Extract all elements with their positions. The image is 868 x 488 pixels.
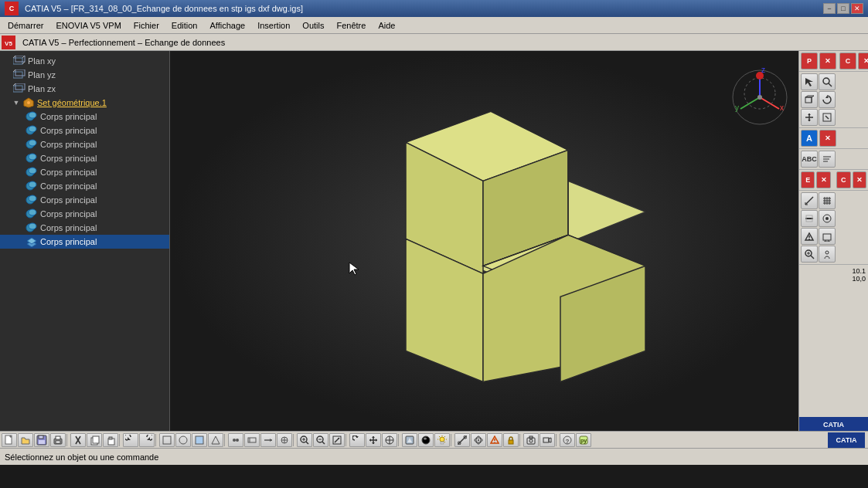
tb-text-btn[interactable]: ABC <box>801 151 818 168</box>
menu-fichier[interactable]: Fichier <box>128 18 165 33</box>
svg-line-161 <box>458 436 466 444</box>
tb-display-btn[interactable] <box>819 228 836 245</box>
bt-btn8[interactable] <box>277 433 292 447</box>
tb-view-btn1[interactable] <box>801 91 818 108</box>
menu-insertion[interactable]: Insertion <box>251 18 296 33</box>
svg-marker-175 <box>549 438 551 442</box>
bt-3dcompass-btn[interactable] <box>382 433 397 447</box>
bt-save-btn[interactable] <box>34 433 49 447</box>
bt-btn2[interactable] <box>175 433 191 447</box>
minimize-button[interactable]: − <box>823 3 836 14</box>
menu-aide[interactable]: Aide <box>372 18 401 33</box>
tree-item-corps-10[interactable]: Corps principal <box>0 235 169 249</box>
bt-new-btn[interactable] <box>2 433 17 447</box>
bt-btn7[interactable] <box>260 433 276 447</box>
bt-paste-btn[interactable] <box>103 433 118 447</box>
tb-btn-a[interactable]: A <box>801 130 818 147</box>
bt-lock-btn[interactable] <box>503 433 519 447</box>
tree-item-corps-1[interactable]: Corps principal <box>0 110 169 124</box>
toolbar-btn-c[interactable]: C <box>839 53 856 69</box>
tree-item-corps-3[interactable]: Corps principal <box>0 137 169 151</box>
menu-edition[interactable]: Edition <box>165 18 204 33</box>
menu-outils[interactable]: Outils <box>296 18 330 33</box>
bt-light-btn[interactable] <box>434 433 450 447</box>
tree-item-plan-yz[interactable]: Plan yz <box>0 68 169 82</box>
tb-properties-btn[interactable] <box>819 246 836 263</box>
3d-view-icon <box>804 94 815 105</box>
toolbar-btn-x2[interactable]: ✕ <box>858 53 868 69</box>
bt-btn6[interactable] <box>244 433 260 447</box>
bt-analyze-btn[interactable] <box>487 433 502 447</box>
tree-item-corps-2[interactable]: Corps principal <box>0 124 169 137</box>
bt-video-btn[interactable] <box>540 433 555 447</box>
tree-item-plan-zx[interactable]: Plan zx <box>0 82 169 96</box>
tree-item-corps-8[interactable]: Corps principal <box>0 207 169 221</box>
tree-item-corps-9[interactable]: Corps principal <box>0 221 169 235</box>
tb-grid-btn[interactable] <box>819 192 836 209</box>
bt-btn5[interactable] <box>228 433 243 447</box>
tb-view-btn4[interactable] <box>819 109 836 126</box>
tb-label-btn[interactable] <box>819 151 836 168</box>
bt-zoom-fit-btn[interactable] <box>329 433 345 447</box>
tb-measure-btn[interactable] <box>801 192 818 209</box>
tb-select-btn[interactable] <box>801 73 818 90</box>
plan-icon-svg <box>13 56 26 66</box>
menu-enovia[interactable]: ENOVIA V5 VPM <box>49 18 127 33</box>
tb-btn-ax[interactable]: ✕ <box>819 130 836 147</box>
bt-material-btn[interactable] <box>418 433 434 447</box>
bt-screenshot-btn[interactable] <box>523 433 539 447</box>
menu-demarrer[interactable]: Démarrer <box>2 18 49 33</box>
viewport[interactable]: z x y <box>170 51 798 431</box>
bt-print-btn[interactable] <box>50 433 66 447</box>
catia-logo-icon: V5 <box>2 36 15 49</box>
bt-copy-btn[interactable] <box>87 433 102 447</box>
tb-zoom-plus-btn[interactable] <box>801 246 818 263</box>
tree-item-plan-xy[interactable]: Plan xy <box>0 54 169 68</box>
bt-redo-btn[interactable] <box>139 433 155 447</box>
bt-zoom-in-btn[interactable] <box>297 433 312 447</box>
svg-point-44 <box>756 72 764 80</box>
bt-open-btn[interactable] <box>18 433 33 447</box>
tb-zoom-btn[interactable] <box>819 73 836 90</box>
svg-line-61 <box>829 83 832 86</box>
tree-item-corps-5[interactable]: Corps principal <box>0 165 169 179</box>
bt-btn4[interactable] <box>208 433 223 447</box>
tb-view-btn2[interactable] <box>819 91 836 108</box>
bt-python-btn[interactable]: py <box>576 433 591 447</box>
svg-marker-139 <box>356 436 359 438</box>
tree-item-set-geometrique[interactable]: ▼ Set géométrique.1 <box>0 96 169 110</box>
tree-item-corps-6[interactable]: Corps principal <box>0 179 169 193</box>
svg-line-40 <box>740 97 760 109</box>
close-button[interactable]: ✕ <box>851 3 863 14</box>
menu-affichage[interactable]: Affichage <box>203 18 251 33</box>
tb-analysis-btn[interactable] <box>801 228 818 245</box>
bt-cut-btn[interactable] <box>70 433 86 447</box>
bt-zoom-out-btn[interactable] <box>313 433 328 447</box>
bt-btn3[interactable] <box>192 433 207 447</box>
svg-rect-8 <box>15 69 25 76</box>
menu-fenetre[interactable]: Fenêtre <box>330 18 372 33</box>
bt-help-btn[interactable]: ? <box>560 433 575 447</box>
tb-btn-e[interactable]: E <box>801 171 815 188</box>
toolbar-btn-x1[interactable]: ✕ <box>819 53 836 69</box>
toolbar-btn-p[interactable]: P <box>801 53 818 69</box>
cursor-tool-icon <box>804 76 815 87</box>
bt-btn1[interactable] <box>159 433 175 447</box>
tb-view-btn3[interactable] <box>801 109 818 126</box>
tb-btn-c2x[interactable]: ✕ <box>853 171 866 188</box>
bt-inertia-btn[interactable] <box>471 433 486 447</box>
maximize-button[interactable]: □ <box>837 3 849 14</box>
tree-item-corps-7[interactable]: Corps principal <box>0 193 169 207</box>
tb-section-btn[interactable] <box>801 210 818 227</box>
corps-2-icon <box>25 124 39 137</box>
tb-btn-c2[interactable]: C <box>836 171 850 188</box>
bt-pan-btn[interactable] <box>366 433 381 447</box>
bt-measure-dist-btn[interactable] <box>454 433 470 447</box>
tb-btn-ex[interactable]: ✕ <box>816 171 830 188</box>
tree-item-corps-4[interactable]: Corps principal <box>0 151 169 165</box>
bt-rotate-btn[interactable] <box>349 433 365 447</box>
bt-undo-btn[interactable] <box>123 433 138 447</box>
svg-marker-144 <box>369 439 371 442</box>
tb-snap-btn[interactable] <box>819 210 836 227</box>
bt-render-btn[interactable] <box>402 433 417 447</box>
